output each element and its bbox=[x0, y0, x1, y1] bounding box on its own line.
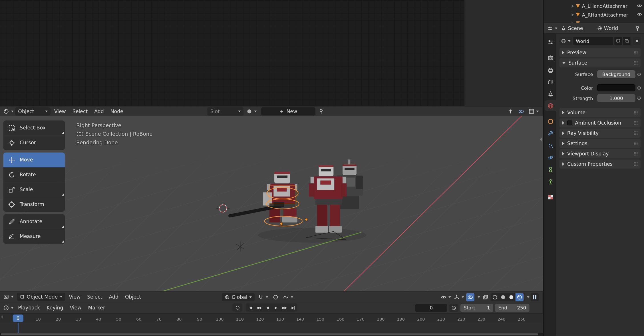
tool-move[interactable]: Move bbox=[3, 153, 65, 167]
panel-preview[interactable]: Preview bbox=[560, 48, 641, 57]
shader-type-dropdown[interactable]: Object bbox=[15, 107, 51, 115]
fake-user-toggle[interactable] bbox=[614, 37, 622, 45]
snap-toggle[interactable] bbox=[257, 293, 269, 301]
breadcrumb-scene[interactable]: Scene bbox=[559, 25, 585, 31]
tool-measure[interactable]: Measure bbox=[3, 229, 65, 244]
menu-object[interactable]: Object bbox=[122, 293, 144, 301]
tab-output[interactable] bbox=[545, 65, 556, 75]
viewport-editor-type-button[interactable] bbox=[3, 293, 15, 301]
menu-select[interactable]: Select bbox=[70, 107, 90, 115]
viewport-canvas[interactable] bbox=[0, 116, 543, 291]
material-preview-button[interactable] bbox=[245, 107, 257, 116]
sidebar-toggle-arrow[interactable] bbox=[540, 137, 542, 141]
shader-editor-type-button[interactable] bbox=[3, 107, 15, 115]
world-color-swatch[interactable] bbox=[597, 84, 635, 91]
tab-render[interactable] bbox=[545, 52, 556, 63]
slot-dropdown[interactable]: Slot bbox=[208, 107, 244, 116]
properties-editor-type-button[interactable] bbox=[546, 24, 558, 32]
tab-world[interactable] bbox=[545, 100, 556, 111]
panel-ambient-occlusion[interactable]: Ambient Occlusion bbox=[560, 118, 641, 127]
drag-dots-icon[interactable] bbox=[634, 152, 638, 156]
mode-dropdown[interactable]: Object Mode bbox=[17, 293, 65, 301]
tab-tool[interactable] bbox=[545, 37, 556, 47]
scrollbar-thumb[interactable] bbox=[1, 333, 538, 335]
shading-wireframe-button[interactable] bbox=[491, 293, 499, 301]
use-preview-range-toggle[interactable] bbox=[449, 304, 458, 312]
panel-surface[interactable]: Surface bbox=[560, 58, 641, 67]
node-overlap-toggle[interactable] bbox=[517, 107, 525, 116]
expander-icon[interactable] bbox=[572, 13, 574, 16]
tab-constraints[interactable] bbox=[545, 164, 556, 175]
frame-end-field[interactable]: End250 bbox=[495, 304, 530, 312]
shader-node-canvas[interactable] bbox=[0, 0, 464, 106]
drag-dots-icon[interactable] bbox=[634, 111, 638, 115]
panel-settings[interactable]: Settings bbox=[560, 139, 641, 148]
tab-physics[interactable] bbox=[545, 152, 556, 163]
ambient-occlusion-checkbox[interactable] bbox=[567, 121, 572, 125]
prev-keyframe-button[interactable]: ◀◀ bbox=[254, 303, 263, 312]
node-socket-icon[interactable] bbox=[637, 86, 641, 89]
menu-keying[interactable]: Keying bbox=[44, 304, 66, 312]
timeline-track-area[interactable] bbox=[0, 323, 543, 333]
tab-particles[interactable] bbox=[545, 140, 556, 151]
tool-transform[interactable]: Transform bbox=[3, 197, 65, 212]
tab-texture[interactable] bbox=[545, 191, 556, 202]
node-socket-icon[interactable] bbox=[637, 96, 641, 100]
unlink-datablock-button[interactable] bbox=[633, 37, 641, 45]
panel-custom-properties[interactable]: Custom Properties bbox=[560, 159, 641, 169]
frame-start-field[interactable]: Start1 bbox=[460, 304, 493, 312]
timeline-ruler[interactable]: 0 10 20 30 40 50 60 70 80 90 100 110 120… bbox=[0, 313, 543, 323]
playhead-line[interactable] bbox=[18, 323, 19, 333]
tool-annotate[interactable]: Annotate bbox=[3, 214, 65, 229]
next-keyframe-button[interactable]: ▶▶ bbox=[280, 303, 289, 312]
falloff-dropdown[interactable] bbox=[282, 293, 294, 301]
play-button[interactable]: ▶ bbox=[271, 303, 280, 312]
menu-select[interactable]: Select bbox=[84, 293, 105, 301]
menu-add[interactable]: Add bbox=[91, 107, 107, 115]
overlays-toggle[interactable] bbox=[466, 293, 474, 301]
tool-scale[interactable]: Scale bbox=[3, 182, 65, 197]
timeline-scroll-left-arrow[interactable] bbox=[1, 315, 3, 319]
node-socket-icon[interactable] bbox=[637, 73, 641, 76]
strength-value-field[interactable]: 1.000 bbox=[597, 94, 635, 102]
menu-view[interactable]: View bbox=[66, 293, 83, 301]
tab-object-data[interactable] bbox=[545, 176, 556, 187]
proportional-editing-toggle[interactable] bbox=[271, 293, 280, 301]
tab-scene[interactable] bbox=[545, 88, 556, 99]
new-material-button[interactable]: New bbox=[261, 107, 315, 116]
pin-toggle[interactable] bbox=[317, 107, 325, 116]
outliner-item[interactable]: A_RHandAttachmer bbox=[544, 10, 644, 19]
drag-dots-icon[interactable] bbox=[634, 131, 638, 135]
visibility-dropdown[interactable] bbox=[440, 293, 452, 301]
menu-view[interactable]: View bbox=[67, 304, 84, 312]
gizmos-dropdown[interactable] bbox=[453, 293, 465, 301]
world-name-field[interactable]: World bbox=[573, 37, 613, 45]
record-button[interactable] bbox=[232, 303, 242, 312]
surface-type-button[interactable]: Background bbox=[597, 70, 635, 78]
menu-view[interactable]: View bbox=[51, 107, 69, 115]
tool-rotate[interactable]: Rotate bbox=[3, 167, 65, 182]
timeline-scrollbar[interactable] bbox=[0, 333, 543, 336]
snap-grid-button[interactable] bbox=[528, 107, 540, 116]
outliner-item-clipped[interactable] bbox=[544, 19, 644, 23]
panel-viewport-display[interactable]: Viewport Display bbox=[560, 149, 641, 158]
jump-to-end-button[interactable]: ▶| bbox=[289, 303, 297, 312]
drag-dots-icon[interactable] bbox=[634, 141, 638, 145]
tab-view-layer[interactable] bbox=[545, 77, 556, 87]
orientation-dropdown[interactable]: Global bbox=[222, 293, 255, 301]
jump-to-start-button[interactable]: |◀ bbox=[245, 303, 254, 312]
tab-modifiers[interactable] bbox=[545, 128, 556, 138]
shading-solid-button[interactable] bbox=[499, 293, 507, 301]
menu-add[interactable]: Add bbox=[106, 293, 121, 301]
outliner-item[interactable]: A_LHandAttachmer bbox=[544, 2, 644, 10]
expander-icon[interactable] bbox=[572, 4, 574, 8]
breadcrumb-world[interactable]: World bbox=[595, 25, 620, 31]
menu-playback[interactable]: Playback bbox=[15, 304, 43, 312]
tab-object[interactable] bbox=[545, 116, 556, 127]
play-reverse-button[interactable]: ◀ bbox=[263, 303, 271, 312]
timeline-editor-type-button[interactable] bbox=[3, 304, 15, 312]
current-frame-field[interactable]: 0 bbox=[415, 304, 447, 312]
shading-material-button[interactable] bbox=[507, 293, 516, 301]
drag-dots-icon[interactable] bbox=[634, 51, 638, 55]
menu-node[interactable]: Node bbox=[108, 107, 126, 115]
